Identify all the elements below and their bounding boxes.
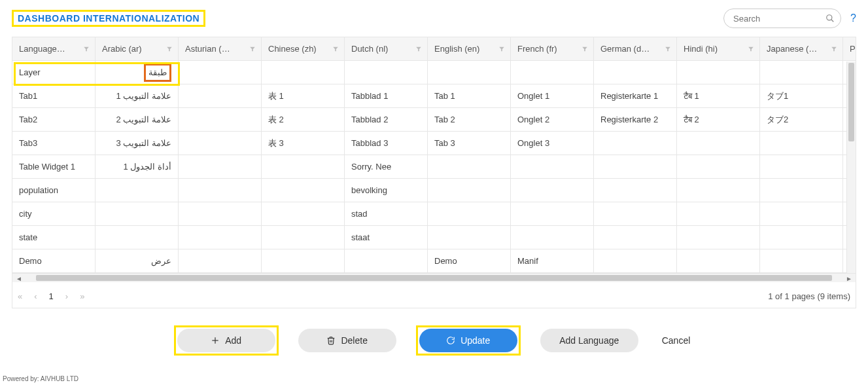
table-cell[interactable] [428, 61, 511, 84]
table-cell[interactable]: Demo [12, 249, 95, 273]
table-cell[interactable] [594, 202, 677, 226]
table-cell[interactable] [95, 179, 179, 202]
column-header[interactable]: French (fr) [511, 37, 594, 61]
table-cell[interactable]: Layer [12, 61, 95, 84]
filter-icon[interactable] [831, 46, 837, 52]
pager-next[interactable]: › [65, 291, 68, 301]
column-header[interactable]: German (d… [594, 37, 677, 61]
filter-icon[interactable] [332, 46, 339, 52]
cancel-button[interactable]: Cancel [658, 329, 695, 352]
table-cell[interactable]: Registerkarte 2 [594, 108, 677, 132]
table-cell[interactable] [345, 61, 428, 84]
table-cell[interactable] [677, 132, 760, 155]
table-cell[interactable] [760, 61, 843, 84]
table-cell[interactable]: population [12, 179, 95, 202]
table-row[interactable]: DemoعرضDemoManif [12, 249, 856, 273]
table-cell[interactable] [511, 226, 594, 249]
pager-first[interactable]: « [18, 291, 22, 301]
table-cell[interactable] [594, 249, 677, 273]
help-icon[interactable]: ? [850, 12, 856, 24]
table-cell[interactable] [428, 155, 511, 179]
table-cell[interactable]: Demo [428, 249, 511, 273]
table-cell[interactable]: 表 1 [262, 84, 345, 108]
column-header[interactable]: Dutch (nl) [345, 37, 428, 61]
table-cell[interactable] [262, 61, 345, 84]
table-cell[interactable]: Tab 2 [428, 108, 511, 132]
table-cell[interactable]: علامة التبويب 1 [95, 84, 179, 108]
filter-icon[interactable] [665, 46, 671, 52]
table-cell[interactable] [677, 61, 760, 84]
table-cell[interactable]: 表 3 [262, 132, 345, 155]
table-cell[interactable] [428, 202, 511, 226]
table-cell[interactable]: Tabblad 2 [345, 108, 428, 132]
table-cell[interactable]: Tabblad 3 [345, 132, 428, 155]
table-cell[interactable] [95, 226, 179, 249]
table-cell[interactable]: Sorry. Nee [345, 155, 428, 179]
table-cell[interactable]: टैब 2 [677, 108, 760, 132]
table-row[interactable]: Tab2علامة التبويب 2表 2Tabblad 2Tab 2Ongl… [12, 108, 856, 132]
filter-icon[interactable] [748, 46, 754, 52]
table-cell[interactable] [594, 155, 677, 179]
column-header[interactable]: English (en) [428, 37, 511, 61]
table-cell[interactable]: state [12, 226, 95, 249]
table-cell[interactable]: Manif [511, 249, 594, 273]
table-cell[interactable] [345, 249, 428, 273]
table-cell[interactable] [179, 249, 262, 273]
table-cell[interactable]: stad [345, 202, 428, 226]
table-cell[interactable] [760, 226, 843, 249]
column-header[interactable]: Japanese (… [760, 37, 843, 61]
table-row[interactable]: statestaat [12, 226, 856, 249]
table-cell[interactable] [511, 61, 594, 84]
table-cell[interactable]: Onglet 2 [511, 108, 594, 132]
table-cell[interactable] [760, 249, 843, 273]
table-row[interactable]: citystad [12, 202, 856, 226]
table-cell[interactable] [677, 179, 760, 202]
pager-prev[interactable]: ‹ [34, 291, 37, 301]
table-cell[interactable] [677, 226, 760, 249]
filter-icon[interactable] [249, 46, 256, 52]
filter-icon[interactable] [498, 46, 505, 52]
table-cell[interactable] [179, 179, 262, 202]
table-cell[interactable] [760, 202, 843, 226]
column-header[interactable]: Chinese (zh) [262, 37, 345, 61]
table-cell[interactable] [179, 61, 262, 84]
table-cell[interactable]: علامة التبويب 3 [95, 132, 179, 155]
table-cell[interactable] [511, 179, 594, 202]
table-cell[interactable]: Onglet 3 [511, 132, 594, 155]
table-cell[interactable]: أداة الجدول 1 [95, 155, 179, 179]
table-row[interactable]: Table Widget 1أداة الجدول 1Sorry. Nee [12, 155, 856, 179]
table-cell[interactable] [677, 155, 760, 179]
table-cell[interactable]: タブ1 [760, 84, 843, 108]
table-cell[interactable]: タブ2 [760, 108, 843, 132]
filter-icon[interactable] [415, 46, 422, 52]
table-cell[interactable]: 表 2 [262, 108, 345, 132]
editing-cell[interactable]: Layer [19, 67, 88, 77]
filter-icon[interactable] [83, 46, 90, 52]
table-cell[interactable]: Registerkarte 1 [594, 84, 677, 108]
table-cell[interactable]: Tab 1 [428, 84, 511, 108]
table-cell[interactable] [677, 249, 760, 273]
table-row[interactable]: Tab3علامة التبويب 3表 3Tabblad 3Tab 3Ongl… [12, 132, 856, 155]
table-cell[interactable] [262, 226, 345, 249]
table-cell[interactable] [262, 202, 345, 226]
table-row[interactable]: Layerطبقة [12, 61, 856, 84]
table-cell[interactable]: علامة التبويب 2 [95, 108, 179, 132]
vertical-scrollbar[interactable] [846, 62, 856, 273]
table-cell[interactable] [95, 202, 179, 226]
table-cell[interactable] [594, 226, 677, 249]
table-cell[interactable]: عرض [95, 249, 179, 273]
pager-last[interactable]: » [80, 291, 84, 301]
filter-icon[interactable] [582, 46, 588, 52]
table-cell[interactable] [760, 132, 843, 155]
search-input[interactable] [723, 9, 841, 28]
table-cell[interactable] [594, 61, 677, 84]
table-cell[interactable] [760, 179, 843, 202]
table-cell[interactable]: टैब 1 [677, 84, 760, 108]
table-cell[interactable]: Onglet 1 [511, 84, 594, 108]
table-cell[interactable] [262, 155, 345, 179]
table-cell[interactable] [179, 202, 262, 226]
table-cell[interactable] [428, 179, 511, 202]
scroll-right-arrow[interactable]: ► [842, 274, 856, 283]
column-header[interactable]: Asturian (… [179, 37, 262, 61]
table-cell[interactable] [179, 84, 262, 108]
